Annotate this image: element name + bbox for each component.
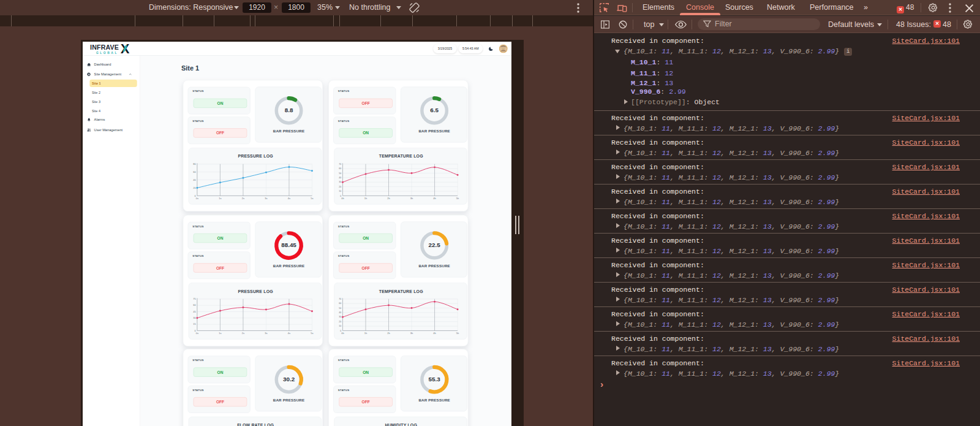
svg-text:1s: 1s — [219, 197, 221, 200]
svg-text:1h: 1h — [364, 332, 367, 335]
svg-text:30: 30 — [193, 316, 196, 319]
svg-text:2s: 2s — [242, 197, 244, 200]
svg-text:75: 75 — [193, 297, 196, 300]
svg-text:1s: 1s — [219, 332, 221, 335]
svg-text:2h: 2h — [387, 197, 390, 200]
svg-text:40: 40 — [339, 177, 341, 179]
svg-text:2s: 2s — [242, 332, 244, 335]
svg-text:70: 70 — [339, 298, 341, 300]
svg-text:0h: 0h — [341, 197, 344, 200]
svg-text:4h: 4h — [433, 332, 435, 335]
svg-text:4s: 4s — [288, 332, 290, 335]
svg-text:10: 10 — [339, 325, 341, 327]
svg-text:30: 30 — [339, 316, 341, 318]
svg-text:70: 70 — [339, 163, 341, 165]
svg-text:10: 10 — [339, 190, 341, 192]
svg-text:20: 20 — [193, 186, 196, 189]
svg-text:4s: 4s — [288, 197, 290, 200]
svg-text:3s: 3s — [265, 197, 267, 200]
svg-text:20: 20 — [339, 186, 341, 188]
svg-text:50: 50 — [339, 307, 341, 310]
svg-text:40: 40 — [339, 311, 341, 314]
svg-text:40: 40 — [193, 178, 196, 181]
svg-text:1h: 1h — [364, 197, 367, 200]
svg-text:0s: 0s — [196, 197, 198, 200]
svg-text:30: 30 — [339, 181, 341, 183]
svg-text:5h: 5h — [456, 197, 459, 200]
svg-text:0s: 0s — [196, 332, 198, 335]
svg-text:45: 45 — [193, 310, 196, 313]
svg-text:15: 15 — [193, 322, 196, 325]
svg-text:50: 50 — [339, 172, 341, 175]
svg-text:3h: 3h — [410, 332, 413, 335]
svg-text:60: 60 — [193, 303, 196, 306]
svg-text:2h: 2h — [387, 332, 390, 335]
svg-text:60: 60 — [339, 302, 341, 305]
svg-text:20: 20 — [339, 321, 341, 323]
svg-text:0h: 0h — [341, 332, 344, 335]
svg-text:60: 60 — [339, 167, 341, 170]
svg-text:3h: 3h — [410, 197, 413, 200]
svg-text:5s: 5s — [311, 332, 313, 335]
svg-text:60: 60 — [193, 170, 196, 173]
svg-text:80: 80 — [193, 162, 196, 165]
svg-text:5s: 5s — [311, 197, 313, 200]
svg-text:3s: 3s — [265, 332, 267, 335]
svg-text:5h: 5h — [456, 332, 459, 335]
svg-text:4h: 4h — [433, 197, 435, 200]
